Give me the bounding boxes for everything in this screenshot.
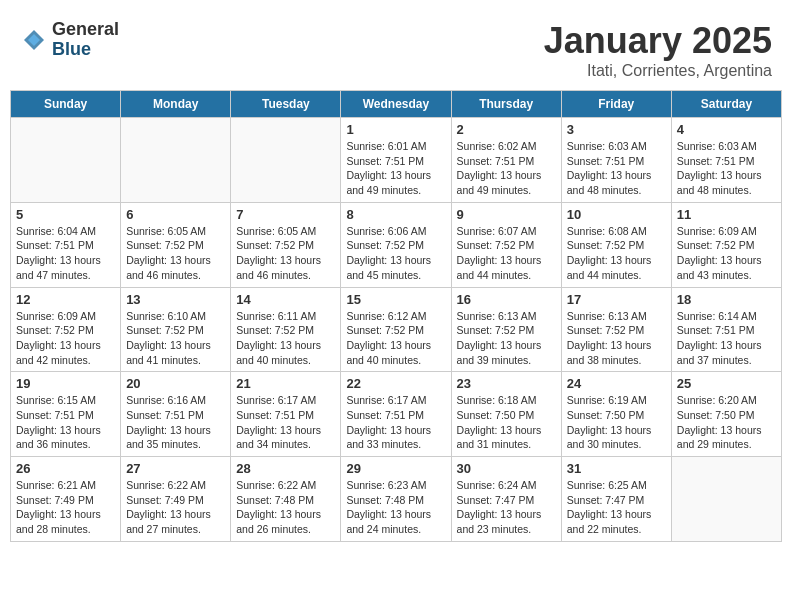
day-number: 8	[346, 207, 445, 222]
day-info: Sunrise: 6:02 AMSunset: 7:51 PMDaylight:…	[457, 139, 556, 198]
day-number: 4	[677, 122, 776, 137]
calendar-cell: 2Sunrise: 6:02 AMSunset: 7:51 PMDaylight…	[451, 118, 561, 203]
day-number: 21	[236, 376, 335, 391]
calendar-cell: 15Sunrise: 6:12 AMSunset: 7:52 PMDayligh…	[341, 287, 451, 372]
calendar-cell	[231, 118, 341, 203]
day-number: 3	[567, 122, 666, 137]
day-info: Sunrise: 6:04 AMSunset: 7:51 PMDaylight:…	[16, 224, 115, 283]
day-number: 14	[236, 292, 335, 307]
location-title: Itati, Corrientes, Argentina	[544, 62, 772, 80]
calendar-cell: 19Sunrise: 6:15 AMSunset: 7:51 PMDayligh…	[11, 372, 121, 457]
calendar-cell: 5Sunrise: 6:04 AMSunset: 7:51 PMDaylight…	[11, 202, 121, 287]
calendar-cell: 25Sunrise: 6:20 AMSunset: 7:50 PMDayligh…	[671, 372, 781, 457]
calendar-cell: 10Sunrise: 6:08 AMSunset: 7:52 PMDayligh…	[561, 202, 671, 287]
day-info: Sunrise: 6:25 AMSunset: 7:47 PMDaylight:…	[567, 478, 666, 537]
day-info: Sunrise: 6:10 AMSunset: 7:52 PMDaylight:…	[126, 309, 225, 368]
calendar-cell: 4Sunrise: 6:03 AMSunset: 7:51 PMDaylight…	[671, 118, 781, 203]
day-number: 15	[346, 292, 445, 307]
title-block: January 2025 Itati, Corrientes, Argentin…	[544, 20, 772, 80]
day-info: Sunrise: 6:15 AMSunset: 7:51 PMDaylight:…	[16, 393, 115, 452]
day-info: Sunrise: 6:16 AMSunset: 7:51 PMDaylight:…	[126, 393, 225, 452]
day-number: 13	[126, 292, 225, 307]
calendar-cell: 3Sunrise: 6:03 AMSunset: 7:51 PMDaylight…	[561, 118, 671, 203]
col-saturday: Saturday	[671, 91, 781, 118]
day-number: 16	[457, 292, 556, 307]
day-number: 24	[567, 376, 666, 391]
day-number: 20	[126, 376, 225, 391]
day-info: Sunrise: 6:07 AMSunset: 7:52 PMDaylight:…	[457, 224, 556, 283]
day-info: Sunrise: 6:05 AMSunset: 7:52 PMDaylight:…	[126, 224, 225, 283]
calendar-cell: 31Sunrise: 6:25 AMSunset: 7:47 PMDayligh…	[561, 457, 671, 542]
calendar-cell: 28Sunrise: 6:22 AMSunset: 7:48 PMDayligh…	[231, 457, 341, 542]
day-number: 31	[567, 461, 666, 476]
calendar-cell: 21Sunrise: 6:17 AMSunset: 7:51 PMDayligh…	[231, 372, 341, 457]
day-info: Sunrise: 6:03 AMSunset: 7:51 PMDaylight:…	[677, 139, 776, 198]
day-number: 22	[346, 376, 445, 391]
page-header: General Blue January 2025 Itati, Corrien…	[10, 10, 782, 85]
day-info: Sunrise: 6:20 AMSunset: 7:50 PMDaylight:…	[677, 393, 776, 452]
calendar-table: Sunday Monday Tuesday Wednesday Thursday…	[10, 90, 782, 542]
calendar-cell: 8Sunrise: 6:06 AMSunset: 7:52 PMDaylight…	[341, 202, 451, 287]
calendar-cell: 29Sunrise: 6:23 AMSunset: 7:48 PMDayligh…	[341, 457, 451, 542]
day-number: 17	[567, 292, 666, 307]
calendar-cell: 14Sunrise: 6:11 AMSunset: 7:52 PMDayligh…	[231, 287, 341, 372]
calendar-week-4: 26Sunrise: 6:21 AMSunset: 7:49 PMDayligh…	[11, 457, 782, 542]
day-number: 7	[236, 207, 335, 222]
calendar-week-1: 5Sunrise: 6:04 AMSunset: 7:51 PMDaylight…	[11, 202, 782, 287]
day-number: 5	[16, 207, 115, 222]
col-wednesday: Wednesday	[341, 91, 451, 118]
logo-blue-label: Blue	[52, 40, 119, 60]
col-monday: Monday	[121, 91, 231, 118]
col-friday: Friday	[561, 91, 671, 118]
month-title: January 2025	[544, 20, 772, 62]
calendar-cell: 6Sunrise: 6:05 AMSunset: 7:52 PMDaylight…	[121, 202, 231, 287]
calendar-cell: 12Sunrise: 6:09 AMSunset: 7:52 PMDayligh…	[11, 287, 121, 372]
day-number: 1	[346, 122, 445, 137]
day-info: Sunrise: 6:12 AMSunset: 7:52 PMDaylight:…	[346, 309, 445, 368]
day-info: Sunrise: 6:17 AMSunset: 7:51 PMDaylight:…	[346, 393, 445, 452]
day-info: Sunrise: 6:19 AMSunset: 7:50 PMDaylight:…	[567, 393, 666, 452]
day-number: 30	[457, 461, 556, 476]
day-info: Sunrise: 6:23 AMSunset: 7:48 PMDaylight:…	[346, 478, 445, 537]
day-number: 25	[677, 376, 776, 391]
calendar-cell: 13Sunrise: 6:10 AMSunset: 7:52 PMDayligh…	[121, 287, 231, 372]
calendar-cell: 17Sunrise: 6:13 AMSunset: 7:52 PMDayligh…	[561, 287, 671, 372]
calendar-cell: 18Sunrise: 6:14 AMSunset: 7:51 PMDayligh…	[671, 287, 781, 372]
calendar-cell	[121, 118, 231, 203]
calendar-header-row: Sunday Monday Tuesday Wednesday Thursday…	[11, 91, 782, 118]
day-number: 11	[677, 207, 776, 222]
day-info: Sunrise: 6:17 AMSunset: 7:51 PMDaylight:…	[236, 393, 335, 452]
logo: General Blue	[20, 20, 119, 60]
day-info: Sunrise: 6:03 AMSunset: 7:51 PMDaylight:…	[567, 139, 666, 198]
calendar-cell: 11Sunrise: 6:09 AMSunset: 7:52 PMDayligh…	[671, 202, 781, 287]
day-info: Sunrise: 6:21 AMSunset: 7:49 PMDaylight:…	[16, 478, 115, 537]
calendar-cell: 26Sunrise: 6:21 AMSunset: 7:49 PMDayligh…	[11, 457, 121, 542]
day-number: 27	[126, 461, 225, 476]
col-thursday: Thursday	[451, 91, 561, 118]
col-tuesday: Tuesday	[231, 91, 341, 118]
logo-general-label: General	[52, 20, 119, 40]
day-number: 6	[126, 207, 225, 222]
calendar-cell: 23Sunrise: 6:18 AMSunset: 7:50 PMDayligh…	[451, 372, 561, 457]
day-number: 18	[677, 292, 776, 307]
day-info: Sunrise: 6:01 AMSunset: 7:51 PMDaylight:…	[346, 139, 445, 198]
calendar-cell: 1Sunrise: 6:01 AMSunset: 7:51 PMDaylight…	[341, 118, 451, 203]
logo-icon	[20, 26, 48, 54]
day-number: 28	[236, 461, 335, 476]
col-sunday: Sunday	[11, 91, 121, 118]
calendar-cell: 7Sunrise: 6:05 AMSunset: 7:52 PMDaylight…	[231, 202, 341, 287]
day-info: Sunrise: 6:22 AMSunset: 7:48 PMDaylight:…	[236, 478, 335, 537]
calendar-cell	[11, 118, 121, 203]
calendar-cell: 9Sunrise: 6:07 AMSunset: 7:52 PMDaylight…	[451, 202, 561, 287]
day-info: Sunrise: 6:22 AMSunset: 7:49 PMDaylight:…	[126, 478, 225, 537]
day-info: Sunrise: 6:14 AMSunset: 7:51 PMDaylight:…	[677, 309, 776, 368]
calendar-cell: 22Sunrise: 6:17 AMSunset: 7:51 PMDayligh…	[341, 372, 451, 457]
day-number: 29	[346, 461, 445, 476]
calendar-cell: 24Sunrise: 6:19 AMSunset: 7:50 PMDayligh…	[561, 372, 671, 457]
calendar-cell: 30Sunrise: 6:24 AMSunset: 7:47 PMDayligh…	[451, 457, 561, 542]
day-info: Sunrise: 6:09 AMSunset: 7:52 PMDaylight:…	[677, 224, 776, 283]
calendar-cell: 27Sunrise: 6:22 AMSunset: 7:49 PMDayligh…	[121, 457, 231, 542]
day-info: Sunrise: 6:13 AMSunset: 7:52 PMDaylight:…	[567, 309, 666, 368]
calendar-cell: 16Sunrise: 6:13 AMSunset: 7:52 PMDayligh…	[451, 287, 561, 372]
day-number: 19	[16, 376, 115, 391]
